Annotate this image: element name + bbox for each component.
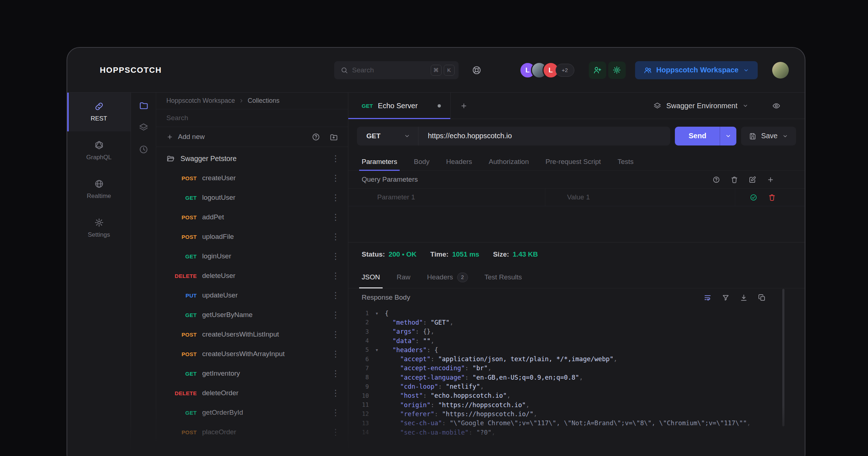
request-tab-parameters[interactable]: Parameters	[353, 153, 405, 170]
request-method-badge: GET	[156, 312, 197, 318]
kebab-menu-icon[interactable]: ⋮	[331, 174, 340, 182]
collection-request-getUserByName[interactable]: GET getUserByName ⋮	[156, 305, 348, 325]
collection-request-getInventory[interactable]: GET getInventory ⋮	[156, 364, 348, 383]
kebab-menu-icon[interactable]: ⋮	[331, 409, 340, 417]
collection-request-deleteOrder[interactable]: DELETE deleteOrder ⋮	[156, 383, 348, 403]
kebab-menu-icon[interactable]: ⋮	[331, 194, 340, 202]
method-value: GET	[366, 132, 380, 140]
collection-request-placeOrder[interactable]: POST placeOrder ⋮	[156, 422, 348, 442]
import-collection-button[interactable]	[329, 133, 338, 141]
response-tab-json[interactable]: JSON	[353, 266, 388, 288]
request-tab-tests[interactable]: Tests	[609, 153, 642, 170]
request-tab-body[interactable]: Body	[405, 153, 438, 170]
save-button[interactable]: Save	[761, 132, 778, 140]
url-input[interactable]	[418, 132, 670, 140]
scrollbar-thumb[interactable]	[782, 289, 784, 426]
collection-request-logoutUser[interactable]: GET logoutUser ⋮	[156, 188, 348, 207]
nav-item-rest[interactable]: REST	[67, 93, 131, 131]
invite-user-button[interactable]	[589, 62, 606, 79]
global-search-input[interactable]	[352, 66, 426, 74]
collection-request-loginUser[interactable]: GET loginUser ⋮	[156, 246, 348, 266]
sidebar-environments-tab[interactable]	[139, 123, 148, 132]
sidebar-collections-tab[interactable]	[139, 101, 148, 110]
kebab-menu-icon[interactable]: ⋮	[331, 350, 340, 358]
response-tab-raw[interactable]: Raw	[388, 266, 419, 288]
environment-quick-peek-button[interactable]	[761, 93, 792, 119]
kebab-menu-icon[interactable]: ⋮	[331, 291, 340, 300]
copy-response-button[interactable]	[758, 294, 766, 301]
breadcrumb-section[interactable]: Collections	[248, 97, 280, 105]
support-button[interactable]	[469, 62, 485, 78]
new-tab-button[interactable]	[451, 93, 477, 119]
kebab-menu-icon[interactable]: ⋮	[331, 213, 340, 221]
parameter-value-input[interactable]	[567, 193, 735, 201]
collections-search-input[interactable]	[166, 114, 338, 122]
kebab-menu-icon[interactable]: ⋮	[331, 330, 340, 339]
wiki-help-button[interactable]	[712, 176, 720, 183]
workspace-selector[interactable]: Hoppscotch Workspace	[635, 61, 758, 79]
collection-request-addPet[interactable]: POST addPet ⋮	[156, 207, 348, 227]
collection-request-createUsersWithArrayInput[interactable]: POST createUsersWithArrayInput ⋮	[156, 344, 348, 364]
collection-folder[interactable]: Swagger Petstore ⋮	[156, 149, 348, 168]
code-line: 8 "accept-language": "en-GB,en-US;q=0.9,…	[348, 373, 805, 382]
delete-parameter-button[interactable]	[768, 194, 776, 201]
response-tab-test-results[interactable]: Test Results	[476, 266, 530, 288]
code-line: 6 "accept": "application/json, text/plai…	[348, 354, 805, 363]
kebab-menu-icon[interactable]: ⋮	[331, 272, 340, 280]
plus-icon	[460, 102, 468, 110]
collection-request-deleteUser[interactable]: DELETE deleteUser ⋮	[156, 266, 348, 286]
collection-request-createUser[interactable]: POST createUser ⋮	[156, 168, 348, 188]
nav-item-graphql[interactable]: GraphQL	[67, 131, 131, 170]
line-number: 8	[348, 374, 369, 381]
response-tab-label: JSON	[362, 273, 380, 281]
kebab-menu-icon[interactable]: ⋮	[331, 370, 340, 378]
request-tab-pre-request-script[interactable]: Pre-request Script	[537, 153, 609, 170]
environment-selector[interactable]: Swagger Environment	[641, 93, 761, 119]
collections-search[interactable]	[156, 109, 348, 127]
collection-request-getOrderById[interactable]: GET getOrderById ⋮	[156, 403, 348, 422]
clear-all-button[interactable]	[731, 176, 738, 183]
k-key: K	[444, 65, 455, 76]
collection-request-uploadFile[interactable]: POST uploadFile ⋮	[156, 227, 348, 246]
clock-icon	[139, 145, 148, 154]
nav-item-settings[interactable]: Settings	[67, 209, 131, 248]
open-request-tab[interactable]: GET Echo Server	[348, 93, 451, 119]
global-search[interactable]: ⌘ K	[334, 61, 459, 79]
breadcrumb-workspace[interactable]: Hoppscotch Workspace	[166, 97, 235, 105]
collections-help-button[interactable]	[312, 133, 320, 141]
collection-request-createUsersWithListInput[interactable]: POST createUsersWithListInput ⋮	[156, 325, 348, 344]
save-button-group[interactable]: Save	[741, 127, 796, 145]
kebab-menu-icon[interactable]: ⋮	[331, 155, 340, 163]
user-avatar[interactable]	[772, 62, 789, 79]
request-tab-authorization[interactable]: Authorization	[480, 153, 537, 170]
send-button[interactable]: Send	[675, 127, 720, 145]
bulk-edit-button[interactable]	[749, 176, 756, 183]
add-new-button[interactable]: Add new	[178, 133, 205, 141]
code-text: "accept": "application/json, text/plain,…	[385, 355, 617, 363]
kebab-menu-icon[interactable]: ⋮	[331, 233, 340, 241]
add-parameter-button[interactable]	[767, 176, 774, 183]
sidebar-history-tab[interactable]	[139, 145, 148, 154]
collection-request-updateUser[interactable]: PUT updateUser ⋮	[156, 286, 348, 305]
nav-item-realtime[interactable]: Realtime	[67, 170, 131, 209]
filter-response-button[interactable]	[722, 294, 729, 301]
parameter-key-input[interactable]	[377, 193, 545, 201]
download-response-button[interactable]	[740, 294, 748, 301]
toggle-parameter-button[interactable]	[750, 194, 757, 201]
kebab-menu-icon[interactable]: ⋮	[331, 428, 340, 436]
request-method-badge: POST	[156, 429, 197, 435]
shared-users[interactable]: L L +2	[519, 62, 574, 79]
fold-arrow-icon[interactable]: ▾	[369, 311, 385, 316]
kebab-menu-icon[interactable]: ⋮	[331, 311, 340, 319]
request-tab-headers[interactable]: Headers	[438, 153, 481, 170]
response-tab-headers[interactable]: Headers 2	[419, 266, 476, 288]
kebab-menu-icon[interactable]: ⋮	[331, 252, 340, 261]
method-selector[interactable]: GET	[357, 127, 418, 145]
kebab-menu-icon[interactable]: ⋮	[331, 389, 340, 397]
wrap-lines-button[interactable]	[704, 294, 711, 301]
workspace-settings-button[interactable]	[608, 62, 626, 79]
fold-arrow-icon[interactable]: ▾	[369, 347, 385, 352]
send-options-button[interactable]	[720, 127, 736, 145]
graphql-icon	[94, 140, 104, 150]
response-tab-label: Raw	[397, 273, 410, 281]
